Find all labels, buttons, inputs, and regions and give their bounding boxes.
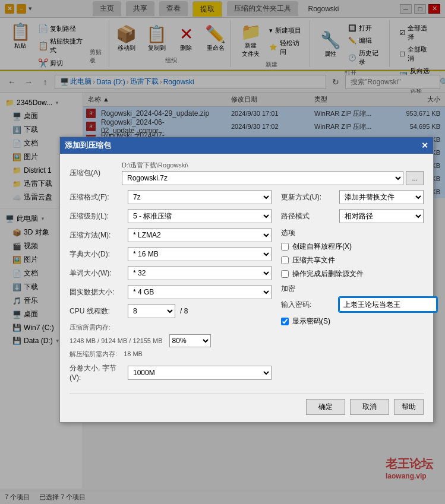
delete-after-label: 操作完成后删除源文件 [292,269,364,279]
memory-decompress-row: 解压缩所需内存: 18 MB [70,350,272,359]
dialog-close-btn[interactable]: ✕ [421,141,428,150]
password-label: 输入密码: [281,300,334,310]
archive-name-row: Rogowski.7z ... [122,171,424,185]
word-select[interactable]: * 32 [128,266,272,280]
path-select[interactable]: 相对路径 [339,209,424,223]
archive-label: 压缩包(A) [70,168,117,178]
show-password-row: 显示密码(S) [281,316,424,327]
solid-row: 固实数据大小: * 4 GB [70,285,272,299]
compress-shared-label: 压缩共享文件 [292,255,335,265]
word-row: 单词大小(W): * 32 [70,266,272,280]
memory-compress-value: 1248 MB / 9124 MB / 12155 MB [70,337,163,344]
archive-path-text: D:\迅雷下载\Rogowski\ [122,161,424,170]
dialog-buttons: 确定 取消 帮助 [70,394,424,415]
update-row: 更新方式(U): 添加并替换文件 [281,190,424,204]
dialog-overlay: 添加到压缩包 ✕ 压缩包(A) D:\迅雷下载\Rogowski\ Rogows… [0,0,445,504]
path-label: 路径模式 [281,211,334,221]
update-select[interactable]: 添加并替换文件 [339,190,424,204]
memory-compress-row: 压缩所需内存: [70,323,272,332]
percent-select[interactable]: 80% [169,334,211,347]
ok-btn[interactable]: 确定 [306,399,345,415]
memory-decompress-value: 18 MB [124,350,143,357]
format-label: 压缩格式(F): [70,192,123,202]
dialog-left: 压缩格式(F): 7z 压缩级别(L): 5 - 标准压缩 压缩方法(M): [70,190,272,386]
dict-row: 字典大小(D): * 16 MB [70,247,272,261]
dialog-right: 更新方式(U): 添加并替换文件 路径模式 相对路径 选项 [281,190,424,386]
memory-compress-value-row: 1248 MB / 9124 MB / 12155 MB 80% [70,334,272,347]
compress-shared-row: 压缩共享文件 [281,255,424,265]
archive-path-display: D:\迅雷下载\Rogowski\ Rogowski.7z ... [122,161,424,185]
cpu-max: / 8 [180,307,188,315]
path-row: 路径模式 相对路径 [281,209,424,223]
show-password-label: 显示密码(S) [292,316,330,327]
cancel-btn[interactable]: 取消 [350,399,389,415]
delete-after-checkbox[interactable] [281,270,289,278]
format-select[interactable]: 7z [128,190,272,204]
encrypt-section: 加密 输入密码: 显示密码(S) [281,284,424,327]
encrypt-title: 加密 [281,284,424,294]
solid-label: 固实数据大小: [70,287,123,297]
memory-decompress-label: 解压缩所需内存: [70,350,117,357]
help-btn[interactable]: 帮助 [394,399,424,415]
level-row: 压缩级别(L): 5 - 标准压缩 [70,209,272,223]
archive-name-select[interactable]: Rogowski.7z [122,171,403,185]
volume-row: 分卷大小, 字节(V): 1000M [70,363,272,382]
level-label: 压缩级别(L): [70,211,123,221]
dict-select[interactable]: * 16 MB [128,247,272,261]
update-label: 更新方式(U): [281,192,334,202]
volume-label: 分卷大小, 字节(V): [70,363,123,382]
cpu-label: CPU 线程数: [70,306,123,316]
memory-compress-label: 压缩所需内存: [70,324,111,331]
dialog-main: 压缩格式(F): 7z 压缩级别(L): 5 - 标准压缩 压缩方法(M): [70,190,424,386]
options-section: 选项 创建自释放程序(X) 压缩共享文件 操作完成后删除源文件 [281,228,424,279]
add-to-archive-dialog: 添加到压缩包 ✕ 压缩包(A) D:\迅雷下载\Rogowski\ Rogows… [59,137,434,423]
create-sfx-label: 创建自释放程序(X) [292,242,352,252]
create-sfx-row: 创建自释放程序(X) [281,242,424,252]
options-title: 选项 [281,228,424,238]
dialog-title: 添加到压缩包 ✕ [60,137,433,154]
volume-select[interactable]: 1000M [128,366,272,380]
format-row: 压缩格式(F): 7z [70,190,272,204]
delete-after-row: 操作完成后删除源文件 [281,269,424,279]
method-row: 压缩方法(M): * LZMA2 [70,228,272,242]
solid-select[interactable]: * 4 GB [128,285,272,299]
archive-path-row: 压缩包(A) D:\迅雷下载\Rogowski\ Rogowski.7z ... [70,161,424,185]
password-input[interactable] [339,297,437,312]
cpu-row: CPU 线程数: 8 / 8 [70,304,272,318]
level-select[interactable]: 5 - 标准压缩 [128,209,272,223]
cpu-select[interactable]: 8 [128,304,175,318]
show-password-checkbox[interactable] [281,318,289,325]
method-select[interactable]: * LZMA2 [128,228,272,242]
archive-browse-btn[interactable]: ... [406,171,424,185]
compress-shared-checkbox[interactable] [281,256,289,264]
password-row: 输入密码: [281,297,424,312]
dialog-title-text: 添加到压缩包 [65,140,111,151]
create-sfx-checkbox[interactable] [281,243,289,251]
dialog-body: 压缩包(A) D:\迅雷下载\Rogowski\ Rogowski.7z ... [60,154,433,422]
word-label: 单词大小(W): [70,268,123,278]
dict-label: 字典大小(D): [70,249,123,259]
method-label: 压缩方法(M): [70,230,123,240]
